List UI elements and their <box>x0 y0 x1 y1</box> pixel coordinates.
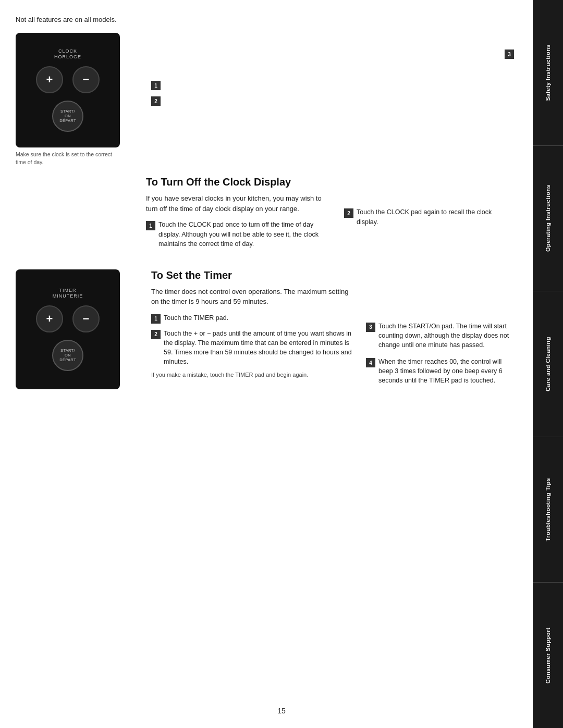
sidebar-label-consumer: Consumer Support <box>544 627 552 684</box>
step-2-badge: 2 <box>151 96 161 106</box>
clock-section-right: 2 Touch the CLOCK pad again to recall th… <box>334 207 495 233</box>
clock-panel-label: CLOCK HORLOGE <box>54 48 81 60</box>
sidebar-section-safety: Safety Instructions <box>533 0 563 146</box>
step-3-item: 3 <box>505 48 517 59</box>
clock-start-button[interactable]: START/ONDÉPART <box>52 101 83 132</box>
step-1-badge: 1 <box>151 81 161 90</box>
timer-intro: The timer does not control oven operatio… <box>151 287 356 307</box>
clock-display-intro: If you have several clocks in your kitch… <box>146 193 334 214</box>
sidebar-label-care: Care and Cleaning <box>544 337 552 391</box>
timer-step1-text: Touch the TIMER pad. <box>164 313 228 323</box>
clock-minus-button[interactable]: − <box>72 66 100 93</box>
timer-step3-badge: 3 <box>366 323 375 332</box>
timer-control-panel: TIMER MINUTERIE + − START/ONDÉPART <box>16 269 120 389</box>
timer-plus-button[interactable]: + <box>36 305 63 332</box>
timer-step2-text: Touch the + or − pads until the amount o… <box>164 329 356 367</box>
timer-step3: 3 Touch the START/On pad. The time will … <box>366 322 517 350</box>
clock-section-mid: To Turn Off the Clock Display If you hav… <box>136 176 334 253</box>
timer-panel-label: TIMER MINUTERIE <box>53 288 83 299</box>
clock-display-heading: To Turn Off the Clock Display <box>146 176 334 188</box>
sidebar-label-operating: Operating Instructions <box>544 184 552 252</box>
sidebar-label-safety: Safety Instructions <box>544 44 552 101</box>
timer-step1: 1 Touch the TIMER pad. <box>151 313 356 324</box>
timer-step4-badge: 4 <box>366 358 375 367</box>
sidebar-label-troubleshooting: Troubleshooting Tips <box>544 478 552 541</box>
clock-start-label: START/ONDÉPART <box>59 109 76 123</box>
clock-step2-text: Touch the CLOCK pad again to recall the … <box>357 207 495 226</box>
timer-heading: To Set the Timer <box>151 269 356 281</box>
timer-step4: 4 When the timer reaches 00, the control… <box>366 357 517 385</box>
upper-section: CLOCK HORLOGE + − START/ONDÉPART Make su… <box>16 33 517 166</box>
clock-panel-caption: Make sure the clock is set to the correc… <box>16 151 120 166</box>
clock-step1-badge: 1 <box>146 221 155 230</box>
timer-plus-minus-row: + − <box>36 305 100 332</box>
clock-plus-button[interactable]: + <box>36 66 63 93</box>
timer-start-button[interactable]: START/ONDÉPART <box>52 340 83 371</box>
clock-control-panel: CLOCK HORLOGE + − START/ONDÉPART <box>16 33 120 147</box>
timer-step3-text: Touch the START/On pad. The time will st… <box>378 322 517 350</box>
sidebar-section-troubleshooting: Troubleshooting Tips <box>533 437 563 583</box>
timer-minus-button[interactable]: − <box>72 305 100 332</box>
timer-step2-badge: 2 <box>151 330 161 339</box>
main-content: Not all features are on all models. CLOC… <box>0 0 533 728</box>
timer-right-steps: 3 Touch the START/On pad. The time will … <box>356 269 517 393</box>
timer-start-label: START/ONDÉPART <box>59 348 76 362</box>
step-3-right: 3 <box>505 48 517 64</box>
timer-mistake-note: If you make a mistake, touch the TIMER p… <box>151 372 356 378</box>
clock-step2-badge: 2 <box>344 208 353 218</box>
clock-step1: 1 Touch the CLOCK pad once to turn off t… <box>146 220 334 248</box>
clock-step2: 2 Touch the CLOCK pad again to recall th… <box>344 207 495 226</box>
timer-step1-badge: 1 <box>151 314 161 324</box>
page-number: 15 <box>277 707 286 715</box>
sidebar-section-operating: Operating Instructions <box>533 146 563 292</box>
step-1-item: 1 <box>151 80 193 90</box>
step-2-item: 2 <box>151 95 193 106</box>
clock-step1-text: Touch the CLOCK pad once to turn off the… <box>158 220 334 248</box>
clock-panel-area: CLOCK HORLOGE + − START/ONDÉPART Make su… <box>16 33 136 166</box>
timer-step4-text: When the timer reaches 00, the control w… <box>378 357 517 385</box>
timer-content: To Set the Timer The timer does not cont… <box>151 269 356 386</box>
sidebar-section-care: Care and Cleaning <box>533 291 563 437</box>
timer-step2: 2 Touch the + or − pads until the amount… <box>151 329 356 367</box>
sidebar: Safety Instructions Operating Instructio… <box>533 0 563 728</box>
clock-plus-minus-row: + − <box>36 66 100 93</box>
sidebar-section-consumer: Consumer Support <box>533 583 563 728</box>
timer-panel-area: TIMER MINUTERIE + − START/ONDÉPART <box>16 269 136 389</box>
step-3-badge: 3 <box>505 50 514 59</box>
timer-section: TIMER MINUTERIE + − START/ONDÉPART To <box>16 269 517 393</box>
clock-steps-left: 1 2 <box>151 33 193 111</box>
clock-display-section: To Turn Off the Clock Display If you hav… <box>16 176 517 253</box>
top-note: Not all features are on all models. <box>16 16 517 23</box>
